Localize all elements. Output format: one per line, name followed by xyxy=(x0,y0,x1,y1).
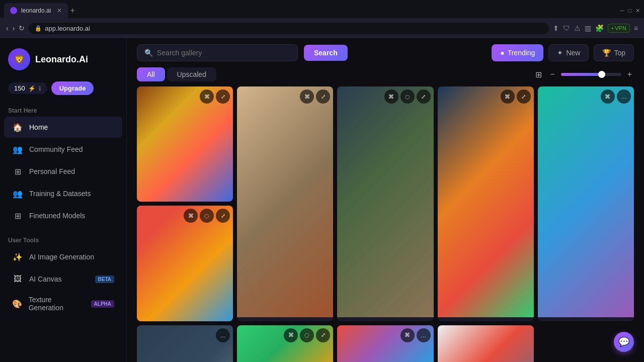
sidebar-toggle[interactable]: ▥ xyxy=(585,24,591,32)
new-tab-btn[interactable]: + xyxy=(70,6,74,15)
sidebar-item-finetuned[interactable]: ⊞ Finetuned Models xyxy=(4,205,122,226)
gallery-scroll[interactable]: ⌘ ⤢ ⌘ ⤢ ⌘ ◌ ⤢ xyxy=(127,86,644,362)
gallery-overlay-2: ⌘ ⤢ xyxy=(300,89,330,104)
item9-more-btn[interactable]: … xyxy=(417,328,431,342)
new-filter-btn[interactable]: ✦ New xyxy=(548,44,589,61)
ai-canvas-icon: 🖼 xyxy=(12,274,23,285)
finetuned-icon: ⊞ xyxy=(12,210,23,221)
sidebar-item-ai-image[interactable]: ✨ AI Image Generation xyxy=(4,246,122,267)
browser-chrome: leonardo.ai ✕ + ─ □ ✕ ‹ › ↻ 🔒 app.leonar… xyxy=(0,0,644,38)
sidebar-item-texture[interactable]: 🎨 Texture Generation ALPHA xyxy=(4,291,122,317)
extensions-icon[interactable]: 🧩 xyxy=(595,24,604,32)
size-slider[interactable] xyxy=(561,73,621,76)
share-icon[interactable]: ⬆ xyxy=(553,24,559,32)
sidebar-logo: 🦁 Leonardo.Ai xyxy=(0,44,126,78)
url-text: app.leonardo.ai xyxy=(45,25,90,32)
gallery-item-2[interactable]: ⌘ ⤢ xyxy=(237,86,333,321)
gallery-controls: All Upscaled ⊞ − + xyxy=(127,67,644,86)
back-btn[interactable]: ‹ xyxy=(6,24,9,32)
item6-slash-btn[interactable]: ◌ xyxy=(200,209,214,223)
gallery-item-10[interactable] xyxy=(438,325,534,362)
gallery-item-9[interactable]: ⌘ … xyxy=(337,325,433,362)
reload-btn[interactable]: ↻ xyxy=(19,24,25,32)
tab-title: leonardo.ai xyxy=(21,7,51,14)
trending-label: Trending xyxy=(508,49,535,57)
menu-icon[interactable]: ≡ xyxy=(634,24,638,32)
top-label: Top xyxy=(614,49,625,57)
zoom-in-btn[interactable]: + xyxy=(625,68,634,81)
item8-expand-btn[interactable]: ⤢ xyxy=(316,328,330,342)
zoom-out-btn[interactable]: − xyxy=(548,68,556,81)
gallery-item-3[interactable]: ⌘ ◌ ⤢ xyxy=(337,86,433,321)
maximize-btn[interactable]: □ xyxy=(628,8,631,14)
gallery-overlay-9: ⌘ … xyxy=(400,328,431,342)
sidebar-item-training[interactable]: 👥 Training & Datasets xyxy=(4,183,122,204)
top-filter-btn[interactable]: 🏆 Top xyxy=(594,44,634,61)
gallery-image-10 xyxy=(438,325,534,362)
gallery-overlay-7: … xyxy=(216,328,230,342)
item4-expand-btn[interactable]: ⤢ xyxy=(517,89,531,104)
item4-remix-btn[interactable]: ⌘ xyxy=(501,89,515,104)
item5-more-btn[interactable]: … xyxy=(617,89,631,104)
sidebar-item-ai-canvas-label: AI Canvas xyxy=(29,275,62,283)
item7-more-btn[interactable]: … xyxy=(216,328,230,342)
sidebar-item-home[interactable]: 🏠 Home xyxy=(4,117,122,138)
gallery-item-1[interactable]: ⌘ ⤢ xyxy=(137,86,233,202)
all-filter-tab[interactable]: All xyxy=(137,67,165,81)
shield-icon[interactable]: 🛡 xyxy=(563,24,570,32)
forward-btn[interactable]: › xyxy=(13,24,15,32)
active-tab[interactable]: leonardo.ai ✕ xyxy=(4,3,68,18)
gallery-overlay-6: ⌘ ◌ ⤢ xyxy=(184,209,230,223)
logo-avatar: 🦁 xyxy=(8,48,30,70)
topbar-right: ● Trending ✦ New 🏆 Top xyxy=(492,44,634,61)
tab-bar: leonardo.ai ✕ + ─ □ ✕ xyxy=(0,0,644,18)
sidebar-item-ai-canvas[interactable]: 🖼 AI Canvas BETA xyxy=(4,268,122,290)
chat-bubble-btn[interactable]: 💬 xyxy=(614,332,634,352)
search-button[interactable]: Search xyxy=(304,45,348,61)
item5-remix-btn[interactable]: ⌘ xyxy=(601,89,615,104)
item6-remix-btn[interactable]: ⌘ xyxy=(184,209,198,223)
gallery-item-8[interactable]: ⌘ ◌ ⤢ xyxy=(237,325,333,362)
sidebar-item-personal-label: Personal Feed xyxy=(29,167,75,175)
credits-amount: 150 xyxy=(14,84,25,92)
sidebar-item-community-feed[interactable]: 👥 Community Feed xyxy=(4,139,122,160)
trending-dot: ● xyxy=(500,49,504,57)
home-icon: 🏠 xyxy=(12,122,23,133)
item3-remix-btn[interactable]: ⌘ xyxy=(384,89,398,104)
gallery-item-6[interactable]: ⌘ ◌ ⤢ xyxy=(137,206,233,321)
close-btn[interactable]: ✕ xyxy=(635,8,640,14)
url-box[interactable]: 🔒 app.leonardo.ai xyxy=(29,23,549,34)
topbar: 🔍 Search ● Trending ✦ New 🏆 Top xyxy=(127,38,644,67)
sidebar-item-personal-feed[interactable]: ⊞ Personal Feed xyxy=(4,161,122,182)
upgrade-btn[interactable]: Upgrade xyxy=(51,81,94,95)
gallery-overlay-8: ⌘ ◌ ⤢ xyxy=(284,328,330,342)
item3-expand-btn[interactable]: ⤢ xyxy=(417,89,431,104)
item1-remix-btn[interactable]: ⌘ xyxy=(200,89,214,104)
item2-expand-btn[interactable]: ⤢ xyxy=(316,89,330,104)
item8-remix-btn[interactable]: ⌘ xyxy=(284,328,298,342)
item6-expand-btn[interactable]: ⤢ xyxy=(216,209,230,223)
beta-badge: BETA xyxy=(95,276,114,283)
minimize-btn[interactable]: ─ xyxy=(620,8,624,14)
gallery-item-4[interactable]: ⌘ ⤢ xyxy=(438,86,534,321)
item9-remix-btn[interactable]: ⌘ xyxy=(400,328,415,342)
lightning-icon: ⚡ xyxy=(28,85,36,92)
gallery-item-7[interactable]: … xyxy=(137,325,233,362)
item1-expand-btn[interactable]: ⤢ xyxy=(216,89,230,104)
personal-icon: ⊞ xyxy=(12,166,23,177)
item2-remix-btn[interactable]: ⌘ xyxy=(300,89,314,104)
search-box[interactable]: 🔍 xyxy=(137,44,298,61)
item3-slash-btn[interactable]: ◌ xyxy=(400,89,415,104)
trending-filter-btn[interactable]: ● Trending xyxy=(492,44,543,61)
alert-icon[interactable]: ⚠ xyxy=(574,24,581,32)
info-icon[interactable]: ℹ xyxy=(39,85,41,92)
gallery-item-5[interactable]: ⌘ … xyxy=(538,86,634,321)
item8-slash-btn[interactable]: ◌ xyxy=(300,328,314,342)
tab-close-btn[interactable]: ✕ xyxy=(57,7,62,14)
grid-view-btn[interactable]: ⊞ xyxy=(533,68,544,81)
sidebar-item-finetuned-label: Finetuned Models xyxy=(29,212,85,220)
gallery-overlay-1: ⌘ ⤢ xyxy=(200,89,230,104)
search-input[interactable] xyxy=(157,49,290,57)
upscaled-filter-tab[interactable]: Upscaled xyxy=(167,67,216,81)
gallery-overlay-4: ⌘ ⤢ xyxy=(501,89,531,104)
